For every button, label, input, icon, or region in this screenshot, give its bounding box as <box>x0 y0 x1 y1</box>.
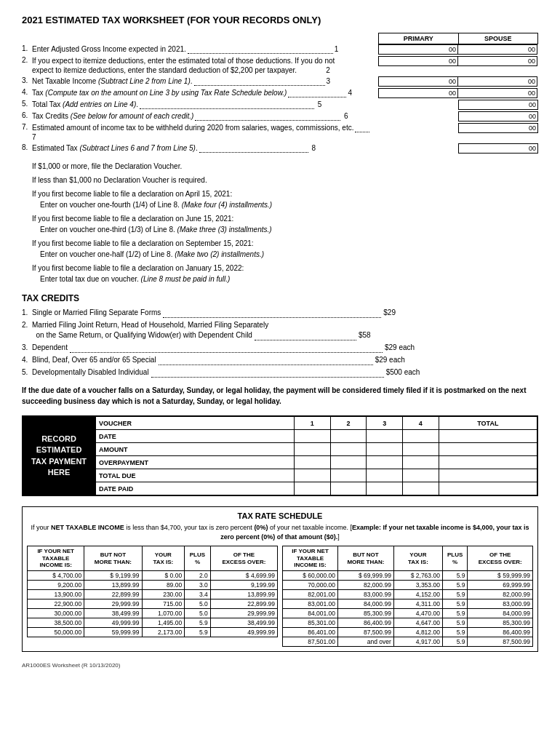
datepaid-4[interactable] <box>402 482 439 495</box>
trs-cell: 86,400.99 <box>338 618 394 627</box>
line-6-primary[interactable]: 00 <box>458 111 538 121</box>
tax-credits-list: 1. Single or Married Filing Separate For… <box>22 308 538 378</box>
line-3-fields: 00 00 <box>378 76 538 87</box>
trs-lh-5: OF THEEXCESS OVER: <box>210 546 277 571</box>
line-6-text: Tax Credits (See below for amount of eac… <box>32 111 378 121</box>
tc-item-2: 2. Married Filing Joint Return, Head of … <box>22 320 538 340</box>
amount-2[interactable] <box>330 443 367 456</box>
totaldue-4[interactable] <box>402 469 439 482</box>
trs-cell: 87,500.99 <box>338 627 394 637</box>
trs-cell: 82,000.99 <box>468 589 533 599</box>
trs-cell: 49,999.99 <box>210 627 277 637</box>
date-3[interactable] <box>367 430 403 443</box>
line-3-primary[interactable]: 00 <box>378 76 458 87</box>
line-8-primary[interactable]: 00 <box>458 143 538 154</box>
trs-left-row: 13,900.0022,899.99230.003.413,899.99 <box>28 589 278 599</box>
datepaid-1[interactable] <box>294 482 330 495</box>
line-4-spouse[interactable]: 00 <box>457 88 537 98</box>
tax-rate-schedule: TAX RATE SCHEDULE If your NET TAXABLE IN… <box>22 506 538 652</box>
line-4: 4. Tax (Compute tax on the amount on Lin… <box>22 88 538 98</box>
trs-cell: 4,647.00 <box>393 618 442 627</box>
trs-cell: 1,070.00 <box>142 608 185 618</box>
trs-cell: 38,500.00 <box>28 618 84 627</box>
tc-3-text: Dependent$29 each <box>32 343 538 353</box>
tc-item-1: 1. Single or Married Filing Separate For… <box>22 308 538 318</box>
datepaid-3[interactable] <box>367 482 403 495</box>
tc-3-num: 3. <box>22 343 32 353</box>
date-2[interactable] <box>330 430 367 443</box>
line-2-spouse[interactable]: 00 <box>457 56 537 66</box>
line-6: 6. Tax Credits (See below for amount of … <box>22 111 538 121</box>
tc-1-text: Single or Married Filing Separate Forms$… <box>32 308 538 318</box>
trs-right: IF YOUR NETTAXABLEINCOME IS: BUT NOTMORE… <box>282 546 533 647</box>
trs-cell: 13,899.99 <box>84 580 142 589</box>
line-2-text: If you expect to itemize deductions, ent… <box>32 56 378 75</box>
trs-cell: 69,999.99 <box>468 580 533 589</box>
line-2-primary[interactable]: 00 <box>378 56 458 66</box>
trs-left-table: IF YOUR NETTAXABLEINCOME IS: BUT NOTMORE… <box>27 546 278 637</box>
trs-left-row: 30,000.0038,499.991,070.005.029,999.99 <box>28 608 278 618</box>
trs-cell: 9,199.99 <box>210 580 277 589</box>
col-header-3: 3 <box>367 417 403 430</box>
line-8-fields: 00 <box>378 143 538 154</box>
date-1[interactable] <box>294 430 330 443</box>
col-header-voucher: VOUCHER <box>96 417 295 430</box>
overpayment-1[interactable] <box>294 456 330 469</box>
trs-left: IF YOUR NETTAXABLEINCOME IS: BUT NOTMORE… <box>27 546 278 647</box>
trs-cell: 2.0 <box>185 570 211 580</box>
primary-header: PRIMARY <box>379 33 459 44</box>
trs-cell: 29,999.99 <box>210 608 277 618</box>
line-1-primary[interactable]: 00 <box>378 44 458 55</box>
trs-cell: 89.00 <box>142 580 185 589</box>
trs-cell: 22,900.00 <box>28 599 84 608</box>
overpayment-3[interactable] <box>367 456 403 469</box>
trs-left-header: IF YOUR NETTAXABLEINCOME IS: BUT NOTMORE… <box>28 546 278 571</box>
trs-left-row: 9,200.0013,899.9989.003.09,199.99 <box>28 580 278 589</box>
line-4-primary[interactable]: 00 <box>378 88 458 98</box>
trs-cell: 4,470.00 <box>393 608 442 618</box>
record-label: RECORD ESTIMATED TAX PAYMENT HERE <box>23 416 95 495</box>
overpayment-4[interactable] <box>402 456 439 469</box>
totaldue-3[interactable] <box>367 469 403 482</box>
tc-item-4: 4. Blind, Deaf, Over 65 and/or 65 Specia… <box>22 355 538 365</box>
totaldue-total[interactable] <box>439 469 537 482</box>
line-8: 8. Estimated Tax (Subtract Lines 6 and 7… <box>22 143 538 154</box>
line-6-num: 6. <box>22 111 32 119</box>
datepaid-2[interactable] <box>330 482 367 495</box>
datepaid-total[interactable] <box>439 482 537 495</box>
totaldue-1[interactable] <box>294 469 330 482</box>
trs-cell: 85,300.99 <box>338 608 394 618</box>
trs-cell: $ 4,699.99 <box>210 570 277 580</box>
trs-left-row: $ 4,700.00$ 9,199.99$ 0.002.0$ 4,699.99 <box>28 570 278 580</box>
totaldue-2[interactable] <box>330 469 367 482</box>
line-4-num: 4. <box>22 88 32 96</box>
amount-3[interactable] <box>367 443 403 456</box>
trs-left-row: 38,500.0049,999.991,495.005.938,499.99 <box>28 618 278 627</box>
amount-1[interactable] <box>294 443 330 456</box>
line-1-spouse[interactable]: 00 <box>457 44 537 55</box>
line-5-primary[interactable]: 00 <box>458 100 538 110</box>
tc-item-3: 3. Dependent$29 each <box>22 343 538 353</box>
trs-cell: and over <box>338 637 394 646</box>
trs-right-row: $ 60,000.00$ 69,999.99$ 2,763.005.9$ 59,… <box>283 570 533 580</box>
amount-4[interactable] <box>402 443 439 456</box>
trs-cell: $ 9,199.99 <box>84 570 142 580</box>
line-7-primary[interactable]: 00 <box>458 123 538 133</box>
line-3-spouse[interactable]: 00 <box>457 76 537 87</box>
amount-total[interactable] <box>439 443 537 456</box>
date-4[interactable] <box>402 430 439 443</box>
date-total[interactable] <box>439 430 537 443</box>
trs-cell: 2,173.00 <box>142 627 185 637</box>
instruction-2: If less than $1,000 no Declaration Vouch… <box>32 175 538 186</box>
overpayment-2[interactable] <box>330 456 367 469</box>
trs-cell: 715.00 <box>142 599 185 608</box>
line-2-fields: 00 00 <box>378 56 538 66</box>
row-label-total-due: TOTAL DUE <box>96 469 295 482</box>
trs-right-row: 83,001.0084,000.994,311.005.983,000.99 <box>283 599 533 608</box>
overpayment-total[interactable] <box>439 456 537 469</box>
tax-credits-title: TAX CREDITS <box>22 293 538 303</box>
trs-cell: 30,000.00 <box>28 608 84 618</box>
col-header-2: 2 <box>330 417 367 430</box>
line-4-fields: 00 00 <box>378 88 538 98</box>
trs-cell: 49,999.99 <box>84 618 142 627</box>
